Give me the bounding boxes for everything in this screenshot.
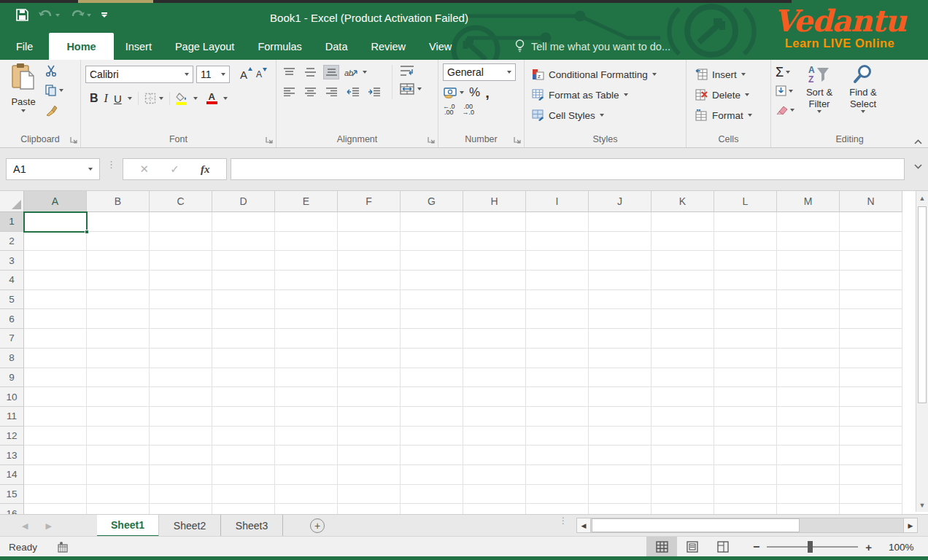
- row-header-11[interactable]: 11: [0, 407, 24, 427]
- fill-color-dropdown-caret[interactable]: [193, 97, 198, 100]
- cell-C7[interactable]: [150, 329, 212, 349]
- cell-D11[interactable]: [212, 407, 275, 427]
- cell-B7[interactable]: [87, 329, 150, 349]
- cell-B9[interactable]: [87, 368, 150, 388]
- cell-I6[interactable]: [526, 309, 589, 329]
- name-box[interactable]: A1: [6, 158, 100, 180]
- cell-K6[interactable]: [651, 309, 714, 329]
- cell-L12[interactable]: [714, 427, 777, 446]
- row-header-3[interactable]: 3: [0, 251, 24, 271]
- cell-H2[interactable]: [463, 232, 526, 252]
- cell-I8[interactable]: [526, 349, 589, 368]
- cell-K3[interactable]: [651, 251, 714, 271]
- cell-G12[interactable]: [401, 427, 463, 446]
- italic-button[interactable]: I: [104, 92, 108, 105]
- cell-B10[interactable]: [87, 387, 150, 407]
- format-as-table-caret[interactable]: [624, 93, 628, 96]
- cell-C11[interactable]: [150, 407, 212, 427]
- cell-A12[interactable]: [24, 427, 87, 446]
- cell-F3[interactable]: [338, 251, 401, 271]
- cell-N14[interactable]: [840, 465, 902, 485]
- cell-N9[interactable]: [840, 368, 902, 388]
- cell-D12[interactable]: [212, 427, 275, 446]
- cell-M9[interactable]: [777, 368, 840, 388]
- cell-F8[interactable]: [338, 349, 401, 368]
- column-header-B[interactable]: B: [87, 191, 150, 212]
- cell-H7[interactable]: [463, 329, 526, 349]
- cell-A6[interactable]: [24, 309, 87, 329]
- cell-C12[interactable]: [150, 427, 212, 446]
- previous-sheet-icon[interactable]: ◀: [22, 521, 28, 531]
- cell-J8[interactable]: [589, 349, 651, 368]
- cell-K11[interactable]: [651, 407, 714, 427]
- cell-D6[interactable]: [212, 309, 275, 329]
- autosum-button[interactable]: Σ: [776, 65, 794, 79]
- cell-B2[interactable]: [87, 232, 150, 252]
- decrease-indent-button[interactable]: [344, 85, 360, 99]
- row-header-5[interactable]: 5: [0, 290, 24, 310]
- cell-B1[interactable]: [87, 212, 150, 232]
- column-header-L[interactable]: L: [714, 191, 777, 212]
- cell-I9[interactable]: [526, 368, 589, 388]
- cell-A16[interactable]: [24, 504, 87, 514]
- middle-align-button[interactable]: [302, 65, 318, 79]
- increase-font-size-button[interactable]: A: [237, 69, 250, 81]
- cell-J7[interactable]: [589, 329, 651, 349]
- cell-D8[interactable]: [212, 349, 275, 368]
- cell-E4[interactable]: [275, 271, 338, 290]
- cell-L1[interactable]: [714, 212, 777, 232]
- cell-D5[interactable]: [212, 290, 275, 310]
- cell-J2[interactable]: [589, 232, 651, 252]
- insert-function-button[interactable]: fx: [201, 163, 210, 176]
- zoom-level[interactable]: 100%: [889, 537, 914, 557]
- cell-I7[interactable]: [526, 329, 589, 349]
- fill-color-button[interactable]: [176, 93, 187, 105]
- borders-dropdown-caret[interactable]: [159, 97, 163, 100]
- cell-B3[interactable]: [87, 251, 150, 271]
- formula-input[interactable]: [231, 158, 905, 180]
- cell-M8[interactable]: [777, 349, 840, 368]
- cell-B8[interactable]: [87, 349, 150, 368]
- cell-G7[interactable]: [401, 329, 463, 349]
- cell-F5[interactable]: [338, 290, 401, 310]
- cell-F2[interactable]: [338, 232, 401, 252]
- cell-A14[interactable]: [24, 465, 87, 485]
- zoom-slider[interactable]: [767, 546, 858, 548]
- tell-me-box[interactable]: Tell me what you want to do...: [515, 33, 670, 60]
- cell-H1[interactable]: [463, 212, 526, 232]
- cell-C3[interactable]: [150, 251, 212, 271]
- cell-G14[interactable]: [401, 465, 463, 485]
- tab-data[interactable]: Data: [314, 33, 360, 60]
- scroll-right-icon[interactable]: ▶: [903, 518, 918, 533]
- zoom-out-button[interactable]: −: [753, 540, 759, 553]
- cell-E10[interactable]: [275, 387, 338, 407]
- top-align-button[interactable]: [281, 65, 297, 79]
- merge-center-dropdown-caret[interactable]: [417, 88, 422, 90]
- font-color-button[interactable]: A: [206, 93, 217, 104]
- delete-cells-caret[interactable]: [745, 93, 749, 96]
- cell-E12[interactable]: [275, 427, 338, 446]
- cell-L2[interactable]: [714, 232, 777, 252]
- cancel-icon[interactable]: ✕: [140, 163, 150, 176]
- cell-K10[interactable]: [651, 387, 714, 407]
- cell-M5[interactable]: [777, 290, 840, 310]
- borders-button[interactable]: [144, 93, 163, 104]
- cell-A7[interactable]: [24, 329, 87, 349]
- cell-H9[interactable]: [463, 368, 526, 388]
- sheet-tab-sheet2[interactable]: Sheet2: [159, 515, 221, 537]
- bold-button[interactable]: B: [90, 92, 98, 105]
- cell-L5[interactable]: [714, 290, 777, 310]
- cell-I15[interactable]: [526, 485, 589, 505]
- cell-G13[interactable]: [401, 446, 463, 465]
- cell-H5[interactable]: [463, 290, 526, 310]
- cell-I3[interactable]: [526, 251, 589, 271]
- cell-C16[interactable]: [150, 504, 212, 514]
- decrease-decimal-button[interactable]: .00 →.0: [463, 104, 475, 115]
- cell-M14[interactable]: [777, 465, 840, 485]
- select-all-corner[interactable]: [0, 191, 24, 212]
- cell-G15[interactable]: [401, 485, 463, 505]
- normal-view-button[interactable]: [646, 537, 677, 557]
- expand-formula-bar-icon[interactable]: [914, 164, 922, 169]
- cell-K13[interactable]: [651, 446, 714, 465]
- row-header-8[interactable]: 8: [0, 349, 24, 368]
